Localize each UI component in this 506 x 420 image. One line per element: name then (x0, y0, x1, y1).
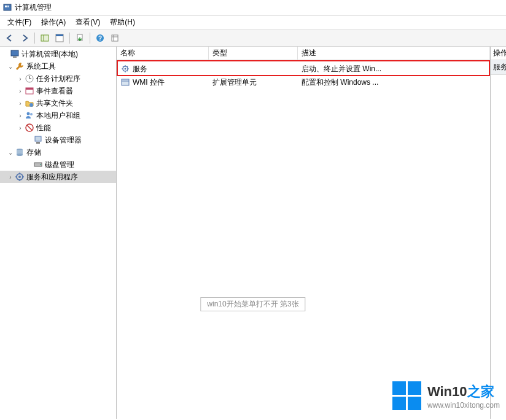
expander-closed-icon[interactable]: › (16, 112, 25, 119)
svg-rect-13 (11, 50, 18, 56)
shared-folder-icon (25, 98, 34, 108)
branding-text: Win10之家 www.win10xitong.com (427, 383, 500, 410)
gear-icon (120, 64, 130, 74)
tree-label: 事件查看器 (36, 86, 73, 96)
svg-rect-10 (112, 35, 118, 41)
toolbar: ? (0, 29, 506, 47)
tree-label: 服务和应用程序 (26, 172, 78, 182)
expander-closed-icon[interactable]: › (16, 100, 25, 107)
svg-point-29 (17, 154, 23, 156)
disk-icon (33, 160, 43, 169)
menu-view[interactable]: 查看(V) (71, 17, 105, 28)
svg-rect-6 (56, 34, 63, 36)
watermark-overlay: win10开始菜单打不开 第3张 (200, 297, 305, 311)
tree-label: 计算机管理(本地) (21, 49, 78, 60)
back-button[interactable] (4, 32, 16, 44)
branding-logo: Win10之家 www.win10xitong.com (392, 381, 500, 410)
svg-line-44 (123, 66, 123, 67)
separator (69, 33, 70, 44)
expander-closed-icon[interactable]: › (16, 88, 25, 95)
cell-name: 服务 (133, 64, 147, 74)
svg-line-45 (127, 71, 128, 71)
brand-main: Win10 (427, 384, 467, 399)
action-pane-header: 操作 (491, 47, 506, 60)
tree-pane: 计算机管理(本地) ⌄ 系统工具 › 任务计划程序 › 事件查看器 › 共享文件… (0, 47, 117, 419)
tree-task-scheduler[interactable]: › 任务计划程序 (0, 72, 116, 85)
svg-line-47 (127, 66, 128, 67)
svg-rect-3 (41, 35, 49, 41)
properties-button[interactable] (53, 32, 66, 44)
list-row-wmi[interactable]: WMI 控件 扩展管理单元 配置和控制 Windows ... (117, 76, 490, 89)
wmi-icon (120, 77, 130, 87)
svg-point-22 (30, 113, 33, 115)
svg-rect-19 (26, 88, 33, 90)
titlebar: 计算机管理 (0, 0, 506, 16)
tree-label: 系统工具 (26, 61, 56, 72)
tree-device-manager[interactable]: 设备管理器 (0, 134, 116, 146)
performance-icon (25, 123, 34, 133)
storage-icon (15, 147, 25, 157)
tree-performance[interactable]: › 性能 (0, 122, 116, 134)
tree-shared-folders[interactable]: › 共享文件夹 (0, 97, 116, 109)
forward-button[interactable] (18, 32, 31, 44)
tree-label: 性能 (36, 123, 51, 133)
tree-root[interactable]: 计算机管理(本地) (0, 48, 116, 60)
col-header-name[interactable]: 名称 (117, 47, 209, 60)
refresh-button[interactable] (109, 32, 121, 44)
action-pane: 操作 服务 (491, 47, 506, 419)
svg-point-31 (40, 164, 41, 165)
tree-system-tools[interactable]: ⌄ 系统工具 (0, 60, 116, 72)
expander-open-icon[interactable]: ⌄ (6, 149, 15, 156)
app-icon (2, 3, 12, 13)
cell-type: 扩展管理单元 (209, 77, 298, 88)
expander-closed-icon[interactable]: › (6, 174, 15, 181)
tree-label: 任务计划程序 (36, 74, 80, 84)
expander-closed-icon[interactable]: › (16, 76, 25, 82)
tree-storage[interactable]: ⌄ 存储 (0, 146, 116, 158)
svg-rect-48 (122, 79, 129, 85)
tree-label: 磁盘管理 (45, 160, 74, 170)
cell-name: WMI 控件 (133, 77, 165, 88)
show-hide-console-button[interactable] (39, 32, 51, 44)
tree-label: 本地用户和组 (36, 111, 80, 121)
brand-url: www.win10xitong.com (427, 401, 500, 410)
expander-closed-icon[interactable]: › (16, 125, 25, 131)
export-button[interactable] (74, 32, 86, 44)
users-icon (25, 111, 34, 120)
content-area: 计算机管理(本地) ⌄ 系统工具 › 任务计划程序 › 事件查看器 › 共享文件… (0, 47, 506, 419)
wrench-icon (15, 61, 25, 71)
menu-action[interactable]: 操作(A) (36, 17, 71, 28)
svg-rect-1 (5, 6, 7, 7)
cell-desc: 启动、终止并设置 Win... (298, 64, 490, 74)
menu-help[interactable]: 帮助(H) (105, 17, 140, 28)
tree-services-apps[interactable]: › 服务和应用程序 (0, 171, 116, 183)
computer-icon (10, 49, 20, 59)
help-button[interactable]: ? (94, 32, 106, 44)
tree-label: 存储 (26, 147, 41, 158)
separator (90, 33, 90, 44)
tree-label: 设备管理器 (45, 135, 82, 146)
menu-file[interactable]: 文件(F) (2, 17, 36, 28)
svg-rect-14 (13, 56, 17, 58)
col-header-desc[interactable]: 描述 (298, 47, 490, 60)
list-header: 名称 类型 描述 (117, 47, 490, 60)
list-pane: 名称 类型 描述 服务 启动、终止并设置 Win... WMI 控件 扩展管理单… (117, 47, 491, 419)
tree-disk-management[interactable]: 磁盘管理 (0, 158, 116, 171)
svg-point-39 (125, 68, 126, 70)
svg-point-33 (18, 176, 21, 178)
cell-desc: 配置和控制 Windows ... (298, 77, 490, 88)
col-header-type[interactable]: 类型 (209, 47, 298, 60)
tree-event-viewer[interactable]: › 事件查看器 (0, 85, 116, 97)
list-row-services[interactable]: 服务 启动、终止并设置 Win... (117, 62, 490, 76)
expander-open-icon[interactable]: ⌄ (6, 63, 15, 70)
separator (34, 33, 35, 44)
svg-line-46 (123, 71, 123, 71)
svg-rect-2 (7, 6, 9, 7)
svg-text:?: ? (98, 35, 102, 42)
action-pane-item[interactable]: 服务 (491, 60, 506, 75)
svg-rect-25 (35, 136, 41, 141)
tree-local-users[interactable]: › 本地用户和组 (0, 109, 116, 122)
services-icon (15, 172, 25, 182)
window-title: 计算机管理 (15, 2, 52, 13)
clock-icon (25, 74, 34, 84)
